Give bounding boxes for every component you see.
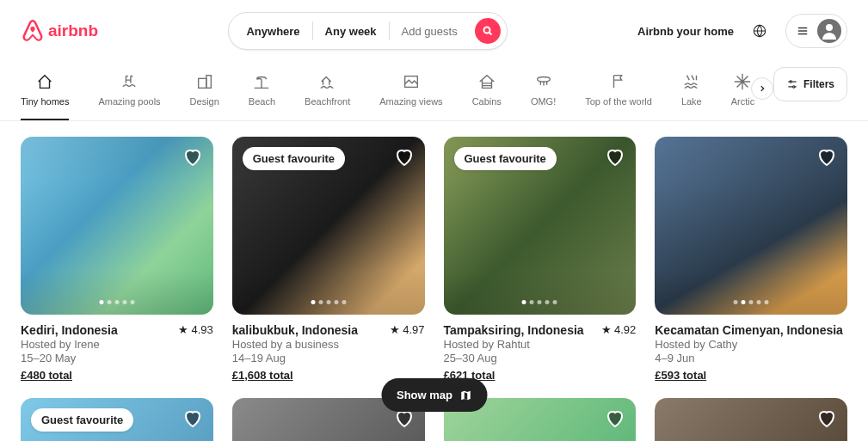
listing-thumb[interactable]: Guest favourite [21, 398, 213, 441]
snowflake-icon [733, 72, 752, 91]
user-menu[interactable] [785, 14, 847, 48]
search-icon [483, 26, 493, 36]
filters-label: Filters [803, 78, 834, 90]
wishlist-button[interactable] [182, 408, 203, 432]
svg-point-12 [790, 81, 791, 83]
category-beach[interactable]: Beach [249, 65, 275, 120]
host-your-home-link[interactable]: Airbnb your home [637, 25, 734, 38]
listing-location: Tampaksiring, Indonesia [444, 323, 584, 337]
carousel-dots [734, 300, 769, 304]
listing-card[interactable]: Guest favourite Tampaksiring, Indonesia★… [444, 137, 637, 383]
heart-icon [182, 408, 203, 429]
listing-thumb[interactable] [21, 137, 213, 315]
search-button[interactable] [475, 18, 501, 44]
category-bar: Tiny homes Amazing pools Design Beach Be… [0, 58, 868, 121]
map-icon [459, 389, 471, 401]
logo[interactable]: airbnb [21, 19, 98, 43]
svg-rect-7 [198, 78, 206, 88]
listing-card[interactable]: Guest favourite [21, 398, 213, 441]
category-amazing-views[interactable]: Amazing views [379, 65, 442, 120]
listing-card[interactable]: Guest favourite kalibukbuk, Indonesia★ 4… [232, 137, 425, 383]
category-lake[interactable]: Lake [681, 65, 702, 120]
wishlist-button[interactable] [605, 147, 625, 171]
listing-thumb[interactable]: Guest favourite [232, 137, 425, 315]
category-label: Arctic [731, 96, 755, 107]
carousel-dots [522, 300, 557, 304]
category-beachfront[interactable]: Beachfront [305, 65, 350, 120]
listing-location: Kecamatan Cimenyan, Indonesia [655, 323, 843, 337]
cabin-icon [477, 72, 496, 91]
show-map-button[interactable]: Show map [381, 378, 487, 412]
listing-dates: 15–20 May [21, 352, 213, 364]
flag-icon [609, 72, 628, 91]
listing-host: Hosted by a business [232, 338, 425, 351]
category-tiny-homes[interactable]: Tiny homes [21, 65, 69, 120]
listing-rating: ★ 4.92 [601, 323, 636, 336]
chevron-right-icon [758, 84, 766, 93]
listing-dates: 4–9 Jun [655, 352, 847, 364]
heart-icon [394, 147, 415, 168]
listing-thumb[interactable] [655, 398, 847, 441]
heart-icon [816, 408, 837, 429]
wishlist-button[interactable] [816, 147, 837, 171]
heart-icon [605, 147, 625, 168]
listing-price: £480 total [21, 369, 72, 382]
wishlist-button[interactable] [394, 408, 415, 432]
listing-rating: ★ 4.93 [178, 323, 212, 336]
search-where[interactable]: Anywhere [246, 25, 311, 38]
tiny-homes-icon [35, 72, 54, 91]
avatar [817, 19, 841, 43]
carousel-dots [99, 300, 134, 304]
wishlist-button[interactable] [394, 147, 415, 171]
category-top-of-world[interactable]: Top of the world [585, 65, 652, 120]
listing-price: £1,608 total [232, 369, 293, 382]
search-who[interactable]: Add guests [390, 25, 470, 38]
views-icon [402, 72, 421, 91]
svg-point-0 [483, 28, 489, 34]
omg-icon [534, 72, 553, 91]
listing-host: Hosted by Irene [21, 338, 213, 351]
carousel-dots [311, 300, 346, 304]
category-label: Beachfront [305, 96, 350, 107]
wishlist-button[interactable] [605, 408, 625, 432]
category-label: Beach [249, 96, 275, 107]
listing-dates: 25–30 Aug [444, 352, 637, 364]
beachfront-icon [318, 72, 337, 91]
category-label: Top of the world [585, 96, 652, 107]
category-omg[interactable]: OMG! [531, 65, 556, 120]
globe-icon [753, 24, 766, 38]
category-amazing-pools[interactable]: Amazing pools [98, 65, 160, 120]
filters-icon [786, 78, 798, 90]
filters-button[interactable]: Filters [773, 67, 847, 101]
category-label: Lake [681, 96, 702, 107]
category-design[interactable]: Design [190, 65, 219, 120]
listing-host: Hosted by Rahtut [444, 338, 637, 351]
listing-thumb[interactable]: Guest favourite [444, 137, 637, 315]
pool-icon [120, 72, 139, 91]
listing-card[interactable]: Kecamatan Cimenyan, Indonesia Hosted by … [655, 137, 847, 383]
listing-card[interactable]: Kediri, Indonesia★ 4.93 Hosted by Irene … [21, 137, 213, 383]
wishlist-button[interactable] [182, 147, 203, 171]
listing-host: Hosted by Cathy [655, 338, 847, 351]
airbnb-logo-icon [21, 19, 45, 43]
category-label: Tiny homes [21, 96, 69, 107]
listing-location: Kediri, Indonesia [21, 323, 118, 337]
svg-point-10 [537, 77, 550, 83]
listing-thumb[interactable] [655, 137, 847, 315]
heart-icon [605, 408, 625, 429]
svg-rect-8 [206, 76, 212, 89]
search-pill[interactable]: Anywhere Any week Add guests [228, 12, 507, 50]
category-label: Design [190, 96, 219, 107]
wishlist-button[interactable] [816, 408, 837, 432]
category-label: Amazing views [379, 96, 442, 107]
listings-grid: Kediri, Indonesia★ 4.93 Hosted by Irene … [0, 121, 868, 383]
design-icon [195, 72, 214, 91]
category-cabins[interactable]: Cabins [472, 65, 502, 120]
beach-icon [252, 72, 271, 91]
search-when[interactable]: Any week [313, 25, 389, 38]
header-right: Airbnb your home [637, 14, 847, 48]
category-label: Amazing pools [98, 96, 160, 107]
categories-next-button[interactable] [751, 77, 773, 100]
listing-card[interactable] [655, 398, 847, 441]
language-button[interactable] [744, 15, 775, 46]
